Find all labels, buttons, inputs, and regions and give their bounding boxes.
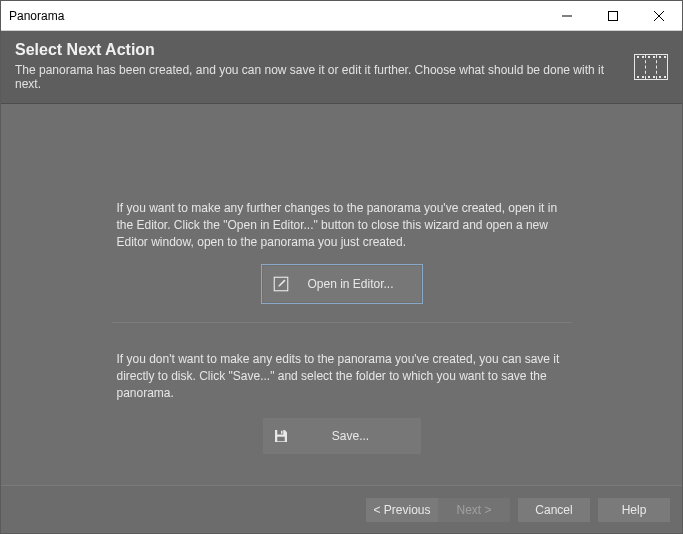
titlebar: Panorama xyxy=(1,1,682,31)
open-editor-row: Open in Editor... xyxy=(81,266,602,302)
save-row: Save... xyxy=(81,418,602,454)
close-button[interactable] xyxy=(636,1,682,31)
edit-icon xyxy=(269,272,293,296)
panorama-icon xyxy=(634,54,668,80)
svg-rect-6 xyxy=(281,431,283,434)
maximize-button[interactable] xyxy=(590,1,636,31)
svg-rect-1 xyxy=(609,11,618,20)
open-editor-description: If you want to make any further changes … xyxy=(117,200,567,250)
separator xyxy=(112,322,572,323)
save-button[interactable]: Save... xyxy=(263,418,421,454)
header-text: Select Next Action The panorama has been… xyxy=(15,41,622,91)
window-title: Panorama xyxy=(1,9,544,23)
panorama-wizard-window: Panorama Select Next Action The panorama… xyxy=(0,0,683,534)
help-button[interactable]: Help xyxy=(598,498,670,522)
open-in-editor-button[interactable]: Open in Editor... xyxy=(263,266,421,302)
close-icon xyxy=(654,11,664,21)
maximize-icon xyxy=(608,11,618,21)
nav-button-group: < Previous Next > xyxy=(366,498,510,522)
page-title: Select Next Action xyxy=(15,41,622,59)
wizard-content: If you want to make any further changes … xyxy=(1,104,682,485)
cancel-button[interactable]: Cancel xyxy=(518,498,590,522)
previous-button[interactable]: < Previous xyxy=(366,498,438,522)
wizard-footer: < Previous Next > Cancel Help xyxy=(1,485,682,533)
svg-rect-7 xyxy=(277,437,285,442)
minimize-icon xyxy=(562,11,572,21)
save-icon xyxy=(269,424,293,448)
save-description: If you don't want to make any edits to t… xyxy=(117,351,567,401)
next-button: Next > xyxy=(438,498,510,522)
minimize-button[interactable] xyxy=(544,1,590,31)
wizard-header: Select Next Action The panorama has been… xyxy=(1,31,682,104)
page-subtitle: The panorama has been created, and you c… xyxy=(15,63,622,91)
